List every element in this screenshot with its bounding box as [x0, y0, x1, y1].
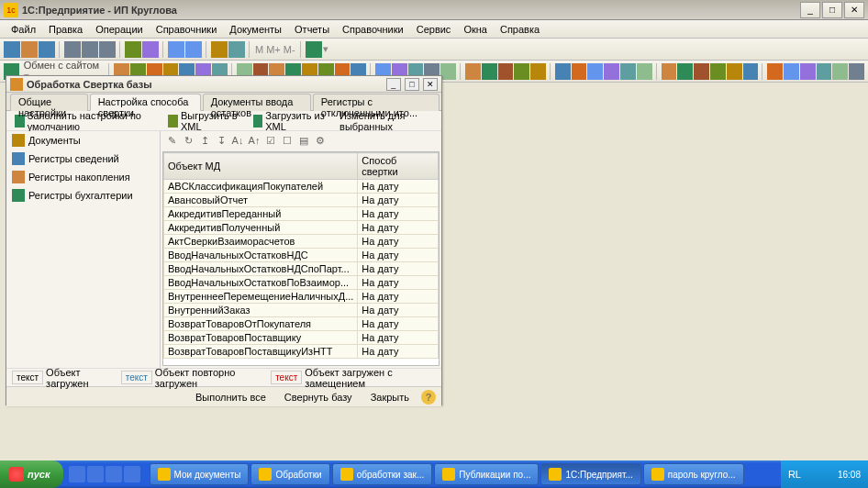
- edit-icon[interactable]: ✎: [164, 133, 179, 148]
- ql-4[interactable]: [124, 466, 140, 482]
- t2-30[interactable]: [620, 63, 636, 80]
- menu-edit[interactable]: Правка: [43, 22, 88, 37]
- maximize-button[interactable]: □: [822, 2, 842, 18]
- new-icon[interactable]: [4, 41, 20, 58]
- ql-2[interactable]: [87, 466, 104, 482]
- menu-windows[interactable]: Окна: [458, 22, 493, 37]
- movedown-icon[interactable]: ↧: [214, 133, 228, 148]
- mminus-icon[interactable]: M-: [283, 41, 296, 58]
- mplus-icon[interactable]: M+: [265, 41, 282, 58]
- t2-23[interactable]: [498, 63, 514, 80]
- t2-21[interactable]: [465, 63, 481, 80]
- print-icon[interactable]: [125, 41, 141, 58]
- table-row[interactable]: ВводНачальныхОстатковНДСНа дату: [164, 249, 439, 262]
- col-object[interactable]: Объект МД: [164, 153, 358, 180]
- table-row[interactable]: ВнутреннийЗаказНа дату: [164, 304, 439, 317]
- tab-docs[interactable]: Документы ввода остатков: [203, 94, 311, 111]
- menu-file[interactable]: Файл: [6, 22, 41, 37]
- table-row[interactable]: ВозвратТоваровОтПокупателяНа дату: [164, 317, 439, 331]
- open-icon[interactable]: [21, 41, 38, 58]
- close-button[interactable]: ✕: [844, 2, 864, 18]
- tab-general[interactable]: Общие настройки: [10, 94, 88, 111]
- help-icon[interactable]: ?: [421, 390, 436, 405]
- taskbar-task[interactable]: Публикации по...: [434, 463, 539, 485]
- t2-40[interactable]: [800, 63, 816, 80]
- taskbar-task[interactable]: обработки зак...: [332, 463, 433, 485]
- col-mode[interactable]: Способ свертки: [358, 153, 439, 180]
- t2-38[interactable]: [767, 63, 783, 80]
- table-row[interactable]: АктСверкиВзаиморасчетовНа дату: [164, 235, 439, 249]
- menu-service[interactable]: Сервис: [411, 22, 457, 37]
- taskbar-task[interactable]: пароль кругло...: [643, 463, 744, 485]
- undo-icon[interactable]: [168, 41, 184, 58]
- t2-43[interactable]: [849, 63, 864, 80]
- sort-asc-icon[interactable]: A↓: [230, 133, 245, 148]
- sidebar-item-accum-registers[interactable]: Регистры накопления: [6, 168, 160, 186]
- filter-icon[interactable]: ▤: [296, 133, 311, 148]
- t2-33[interactable]: [677, 63, 693, 80]
- taskbar-task[interactable]: Обработки: [250, 463, 329, 485]
- child-close-button[interactable]: ✕: [423, 78, 438, 91]
- table-row[interactable]: ВозвратТоваровПоставщикуНа дату: [164, 331, 439, 345]
- t2-37[interactable]: [743, 63, 759, 80]
- taskbar-task[interactable]: Мои документы: [150, 463, 250, 485]
- cut-icon[interactable]: [64, 41, 81, 58]
- close-dialog-button[interactable]: Закрыть: [364, 389, 416, 405]
- t2-42[interactable]: [832, 63, 848, 80]
- t2-36[interactable]: [727, 63, 742, 80]
- minimize-button[interactable]: _: [800, 2, 820, 18]
- t2-32[interactable]: [662, 63, 677, 80]
- ql-1[interactable]: [69, 466, 85, 482]
- sort-desc-icon[interactable]: A↑: [247, 133, 262, 148]
- table-row[interactable]: ВводНачальныхОстатковПоВзаимор...На дату: [164, 276, 439, 290]
- t2-28[interactable]: [587, 63, 603, 80]
- t2-35[interactable]: [710, 63, 726, 80]
- paste-icon[interactable]: [99, 41, 116, 58]
- t2-41[interactable]: [817, 63, 832, 80]
- import-xml-button[interactable]: Загрузить из XML: [250, 109, 332, 133]
- table-row[interactable]: АккредитивПереданныйНа дату: [164, 207, 439, 221]
- collapse-db-button[interactable]: Свернуть базу: [278, 389, 359, 405]
- tray-icon-2[interactable]: [821, 468, 834, 481]
- sidebar-item-info-registers[interactable]: Регистры сведений: [6, 150, 160, 168]
- calendar-icon[interactable]: [228, 41, 245, 58]
- table-row[interactable]: ABCКлассификацияПокупателейНа дату: [164, 180, 439, 194]
- t2-26[interactable]: [555, 63, 571, 80]
- uncheckall-icon[interactable]: ☐: [280, 133, 295, 148]
- refresh-icon[interactable]: ↻: [181, 133, 195, 148]
- run-all-button[interactable]: Выполнить все: [189, 389, 273, 405]
- t2-25[interactable]: [530, 63, 546, 80]
- t2-29[interactable]: [604, 63, 619, 80]
- sidebar-item-documents[interactable]: Документы: [6, 131, 160, 150]
- child-maximize-button[interactable]: □: [405, 78, 419, 91]
- menu-help[interactable]: Справка: [495, 22, 545, 37]
- table-row[interactable]: ВозвратТоваровПоставщикуИзНТТНа дату: [164, 345, 439, 359]
- table-row[interactable]: ВводНачальныхОстатковНДСпоПарт...На дату: [164, 262, 439, 276]
- save-icon[interactable]: [39, 41, 55, 58]
- start-button[interactable]: пуск: [0, 460, 63, 488]
- copy-icon[interactable]: [82, 41, 98, 58]
- tab-method[interactable]: Настройка способа свертки: [90, 94, 201, 111]
- t2-24[interactable]: [514, 63, 529, 80]
- calc-icon[interactable]: [211, 41, 228, 58]
- tray-icon-1[interactable]: [805, 468, 818, 481]
- lang-indicator[interactable]: RL: [788, 469, 801, 480]
- moveup-icon[interactable]: ↥: [197, 133, 212, 148]
- table-row[interactable]: АккредитивПолученныйНа дату: [164, 221, 439, 235]
- t2-20[interactable]: [440, 63, 456, 80]
- t2-22[interactable]: [482, 63, 497, 80]
- menu-reports[interactable]: Отчеты: [289, 22, 335, 37]
- table-row[interactable]: АвансовыйОтчетНа дату: [164, 194, 439, 207]
- redo-icon[interactable]: [185, 41, 202, 58]
- grid[interactable]: Объект МД Способ свертки ABCКлассификаци…: [162, 151, 440, 366]
- taskbar-task[interactable]: 1С:Предприят...: [540, 463, 640, 485]
- t2-27[interactable]: [572, 63, 587, 80]
- menu-operations[interactable]: Операции: [90, 22, 148, 37]
- menu-catalogs-2[interactable]: Справочники: [337, 22, 409, 37]
- menu-documents[interactable]: Документы: [224, 22, 287, 37]
- tool-icon[interactable]: [306, 41, 322, 58]
- clock[interactable]: 16:08: [838, 470, 861, 480]
- find-icon[interactable]: [142, 41, 159, 58]
- table-row[interactable]: ВнутреннееПеремещениеНаличныхД...На дату: [164, 290, 439, 304]
- t2-31[interactable]: [637, 63, 652, 80]
